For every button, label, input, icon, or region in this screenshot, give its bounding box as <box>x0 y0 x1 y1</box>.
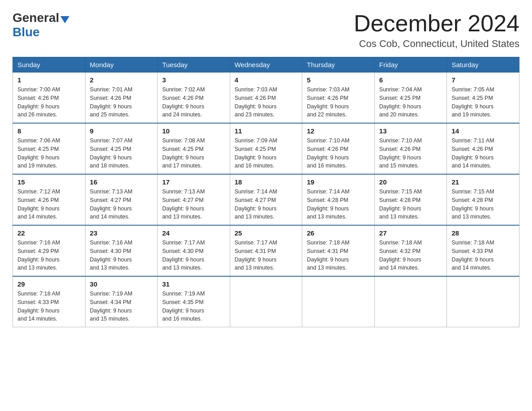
column-header-friday: Friday <box>374 57 447 73</box>
day-number: 9 <box>90 127 153 135</box>
day-info: Sunrise: 7:04 AM Sunset: 4:25 PM Dayligh… <box>379 86 442 119</box>
calendar-cell: 31 Sunrise: 7:19 AM Sunset: 4:35 PM Dayl… <box>158 276 230 327</box>
daylight-minutes: and 13 minutes. <box>379 214 419 220</box>
daylight-label: Daylight: 9 hours <box>451 154 493 161</box>
day-info: Sunrise: 7:07 AM Sunset: 4:25 PM Dayligh… <box>90 137 153 170</box>
day-number: 12 <box>307 127 370 135</box>
daylight-label: Daylight: 9 hours <box>379 154 421 161</box>
daylight-minutes: and 14 minutes. <box>17 316 57 322</box>
calendar-cell: 15 Sunrise: 7:12 AM Sunset: 4:26 PM Dayl… <box>13 174 86 225</box>
daylight-minutes: and 24 minutes. <box>162 111 202 118</box>
calendar-cell <box>374 276 447 327</box>
daylight-label: Daylight: 9 hours <box>451 206 493 212</box>
sunset-label: Sunset: 4:35 PM <box>162 299 203 305</box>
day-number: 6 <box>379 76 442 84</box>
sunset-label: Sunset: 4:26 PM <box>17 197 59 203</box>
daylight-minutes: and 17 minutes. <box>162 163 202 169</box>
logo-triangle-icon <box>60 16 69 23</box>
sunrise-label: Sunrise: 7:05 AM <box>451 86 494 93</box>
day-info: Sunrise: 7:16 AM Sunset: 4:30 PM Dayligh… <box>90 239 153 272</box>
day-number: 16 <box>90 178 153 186</box>
day-info: Sunrise: 7:17 AM Sunset: 4:30 PM Dayligh… <box>162 239 225 272</box>
page-header: General Blue December 2024 Cos Cob, Conn… <box>13 11 519 50</box>
week-row-5: 29 Sunrise: 7:18 AM Sunset: 4:33 PM Dayl… <box>13 276 519 327</box>
sunrise-label: Sunrise: 7:00 AM <box>17 86 60 93</box>
sunrise-label: Sunrise: 7:11 AM <box>451 137 494 144</box>
day-number: 15 <box>17 178 81 186</box>
sunrise-label: Sunrise: 7:06 AM <box>17 137 60 144</box>
sunrise-label: Sunrise: 7:16 AM <box>17 240 60 246</box>
day-info: Sunrise: 7:15 AM Sunset: 4:28 PM Dayligh… <box>379 188 442 221</box>
title-block: December 2024 Cos Cob, Connecticut, Unit… <box>354 11 519 50</box>
sunrise-label: Sunrise: 7:10 AM <box>307 137 349 144</box>
daylight-label: Daylight: 9 hours <box>90 308 132 314</box>
sunrise-label: Sunrise: 7:19 AM <box>162 291 205 297</box>
sunset-label: Sunset: 4:29 PM <box>17 248 59 254</box>
daylight-minutes: and 16 minutes. <box>162 316 202 322</box>
day-number: 30 <box>90 280 153 288</box>
day-info: Sunrise: 7:11 AM Sunset: 4:26 PM Dayligh… <box>451 137 515 170</box>
day-info: Sunrise: 7:18 AM Sunset: 4:31 PM Dayligh… <box>307 239 370 272</box>
location-title: Cos Cob, Connecticut, United States <box>354 38 519 50</box>
day-number: 22 <box>17 229 81 237</box>
daylight-label: Daylight: 9 hours <box>17 308 60 314</box>
week-row-4: 22 Sunrise: 7:16 AM Sunset: 4:29 PM Dayl… <box>13 225 519 276</box>
daylight-minutes: and 14 minutes. <box>451 265 491 271</box>
daylight-label: Daylight: 9 hours <box>90 257 132 263</box>
day-info: Sunrise: 7:09 AM Sunset: 4:25 PM Dayligh… <box>235 137 298 170</box>
daylight-minutes: and 18 minutes. <box>90 163 130 169</box>
sunrise-label: Sunrise: 7:19 AM <box>90 291 133 297</box>
calendar-cell: 25 Sunrise: 7:17 AM Sunset: 4:31 PM Dayl… <box>230 225 302 276</box>
daylight-minutes: and 16 minutes. <box>307 163 347 169</box>
calendar-cell: 13 Sunrise: 7:10 AM Sunset: 4:26 PM Dayl… <box>374 123 447 174</box>
day-info: Sunrise: 7:16 AM Sunset: 4:29 PM Dayligh… <box>17 239 81 272</box>
calendar-cell: 27 Sunrise: 7:18 AM Sunset: 4:32 PM Dayl… <box>374 225 447 276</box>
day-info: Sunrise: 7:12 AM Sunset: 4:26 PM Dayligh… <box>17 188 81 221</box>
daylight-minutes: and 19 minutes. <box>17 163 57 169</box>
sunrise-label: Sunrise: 7:16 AM <box>90 240 133 246</box>
calendar-cell: 17 Sunrise: 7:13 AM Sunset: 4:27 PM Dayl… <box>158 174 230 225</box>
day-number: 27 <box>379 229 442 237</box>
day-number: 24 <box>162 229 225 237</box>
calendar-cell: 10 Sunrise: 7:08 AM Sunset: 4:25 PM Dayl… <box>158 123 230 174</box>
sunrise-label: Sunrise: 7:18 AM <box>307 240 349 246</box>
day-info: Sunrise: 7:10 AM Sunset: 4:26 PM Dayligh… <box>307 137 370 170</box>
day-number: 21 <box>451 178 515 186</box>
sunset-label: Sunset: 4:26 PM <box>90 95 131 101</box>
calendar-table: SundayMondayTuesdayWednesdayThursdayFrid… <box>13 57 519 327</box>
sunset-label: Sunset: 4:34 PM <box>90 299 131 305</box>
logo-general-text: General <box>13 11 59 25</box>
daylight-label: Daylight: 9 hours <box>451 257 493 263</box>
daylight-minutes: and 14 minutes. <box>17 214 57 220</box>
daylight-minutes: and 13 minutes. <box>90 265 130 271</box>
day-info: Sunrise: 7:18 AM Sunset: 4:33 PM Dayligh… <box>451 239 515 272</box>
day-info: Sunrise: 7:13 AM Sunset: 4:27 PM Dayligh… <box>162 188 225 221</box>
day-number: 14 <box>451 127 515 135</box>
calendar-cell: 1 Sunrise: 7:00 AM Sunset: 4:26 PM Dayli… <box>13 73 86 124</box>
sunset-label: Sunset: 4:26 PM <box>307 146 348 152</box>
sunrise-label: Sunrise: 7:14 AM <box>307 188 349 195</box>
sunset-label: Sunset: 4:32 PM <box>379 248 420 254</box>
sunrise-label: Sunrise: 7:10 AM <box>379 137 422 144</box>
sunset-label: Sunset: 4:28 PM <box>451 197 493 203</box>
daylight-label: Daylight: 9 hours <box>90 206 132 212</box>
daylight-label: Daylight: 9 hours <box>162 257 204 263</box>
sunrise-label: Sunrise: 7:13 AM <box>90 188 133 195</box>
sunset-label: Sunset: 4:27 PM <box>235 197 276 203</box>
calendar-cell: 16 Sunrise: 7:13 AM Sunset: 4:27 PM Dayl… <box>85 174 158 225</box>
calendar-cell: 5 Sunrise: 7:03 AM Sunset: 4:26 PM Dayli… <box>302 73 375 124</box>
day-number: 18 <box>235 178 298 186</box>
sunset-label: Sunset: 4:31 PM <box>235 248 276 254</box>
day-info: Sunrise: 7:10 AM Sunset: 4:26 PM Dayligh… <box>379 137 442 170</box>
week-row-3: 15 Sunrise: 7:12 AM Sunset: 4:26 PM Dayl… <box>13 174 519 225</box>
daylight-label: Daylight: 9 hours <box>17 154 60 161</box>
daylight-label: Daylight: 9 hours <box>90 103 132 110</box>
daylight-label: Daylight: 9 hours <box>235 257 277 263</box>
sunset-label: Sunset: 4:26 PM <box>235 95 276 101</box>
day-number: 20 <box>379 178 442 186</box>
sunrise-label: Sunrise: 7:03 AM <box>235 86 277 93</box>
sunrise-label: Sunrise: 7:08 AM <box>162 137 205 144</box>
day-info: Sunrise: 7:08 AM Sunset: 4:25 PM Dayligh… <box>162 137 225 170</box>
day-info: Sunrise: 7:18 AM Sunset: 4:32 PM Dayligh… <box>379 239 442 272</box>
daylight-label: Daylight: 9 hours <box>235 154 277 161</box>
